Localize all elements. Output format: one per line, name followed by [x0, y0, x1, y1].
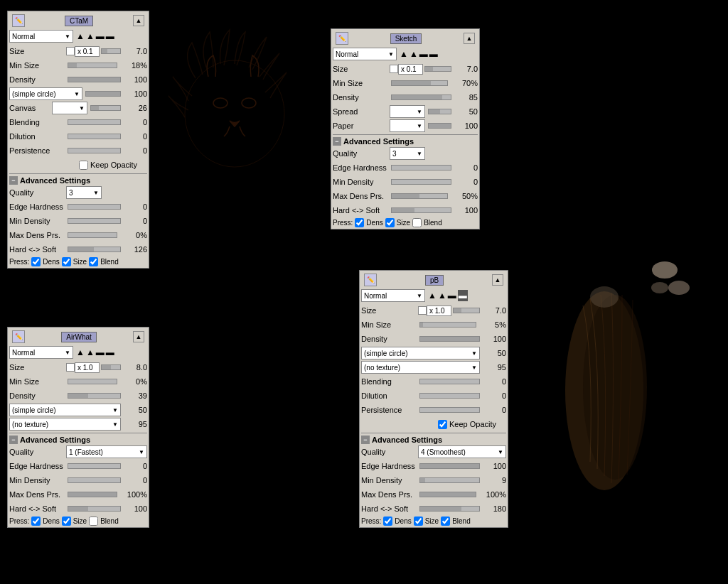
pb-size-check[interactable]	[418, 306, 427, 315]
ctam-advanced-toggle[interactable]: −	[9, 176, 18, 185]
sketch-size-check[interactable]	[390, 65, 398, 73]
sketch-press-blend[interactable]	[412, 218, 422, 227]
sketch-edgehardness-slider[interactable]	[391, 165, 451, 171]
airwhat-multiplier[interactable]: x 1.0	[75, 362, 100, 373]
brush-shape-4[interactable]: ▬	[106, 31, 114, 41]
pb-blending-slider[interactable]	[419, 379, 480, 384]
pb-shape-4[interactable]: ▬	[458, 290, 468, 301]
pb-density-slider[interactable]	[419, 336, 480, 342]
ctam-press-size[interactable]	[62, 257, 71, 266]
ctam-persistence-slider[interactable]	[68, 148, 121, 153]
brush-shape-1[interactable]: ▲	[76, 31, 85, 41]
ctam-size-slider[interactable]	[101, 48, 121, 54]
pb-multiplier[interactable]: x 1.0	[427, 305, 451, 316]
airwhat-minsize-slider[interactable]	[68, 379, 117, 384]
airwhat-shape-dropdown[interactable]: (simple circle) ▼	[9, 404, 121, 416]
airwhat-arrow[interactable]: ▲	[133, 331, 144, 342]
pb-advanced-toggle[interactable]: −	[361, 436, 370, 444]
airwhat-blendmode-dropdown[interactable]: Normal ▼	[9, 346, 73, 359]
ctam-maxdens-slider[interactable]	[68, 232, 117, 238]
pb-shape-1[interactable]: ▲	[428, 291, 437, 301]
sketch-mindensity-slider[interactable]	[391, 179, 451, 185]
sketch-multiplier[interactable]: x 0.1	[398, 64, 423, 75]
airwhat-press-blend[interactable]	[89, 517, 98, 526]
sk-shape-1[interactable]: ▲	[400, 49, 408, 59]
sketch-quality-dropdown[interactable]: 3 ▼	[390, 147, 425, 160]
pb-press-size[interactable]	[414, 517, 423, 526]
sketch-spread-dropdown[interactable]: ▼	[390, 105, 425, 118]
brush-shape-2[interactable]: ▲	[86, 31, 95, 41]
airwhat-mindensity-slider[interactable]	[68, 477, 121, 483]
ctam-keepopacity-check[interactable]	[79, 161, 88, 170]
ctam-quality-dropdown[interactable]: 3 ▼	[66, 186, 102, 199]
pb-shape-dropdown[interactable]: (simple circle) ▼	[361, 347, 480, 359]
pb-texture-dropdown[interactable]: (no texture) ▼	[361, 361, 480, 374]
airwhat-size-slider[interactable]	[101, 364, 121, 370]
sketch-hardsoft-slider[interactable]	[391, 207, 451, 213]
pb-shape-2[interactable]: ▲	[438, 291, 446, 301]
pb-quality-dropdown[interactable]: 4 (Smoothest) ▼	[418, 445, 506, 458]
airwhat-press-dens[interactable]	[31, 517, 41, 526]
pb-mindensity-slider[interactable]	[419, 477, 480, 483]
pb-maxdens-slider[interactable]	[419, 492, 476, 497]
brush-shape-3[interactable]: ▬	[96, 31, 105, 41]
ctam-shape-dropdown[interactable]: (simple circle) ▼	[9, 87, 82, 100]
airwhat-texture-dropdown[interactable]: (no texture) ▼	[9, 418, 121, 431]
airwhat-press-size[interactable]	[62, 517, 71, 526]
pb-press-blend[interactable]	[441, 517, 450, 526]
ctam-density-slider[interactable]	[68, 77, 121, 82]
sketch-density-slider[interactable]	[391, 94, 451, 100]
aw-shape-1[interactable]: ▲	[76, 347, 85, 357]
ctam-press-dens[interactable]	[31, 257, 41, 266]
sketch-advanced-toggle[interactable]: −	[333, 137, 341, 146]
ctam-mindensity-slider[interactable]	[68, 218, 121, 224]
pb-persistence-slider[interactable]	[419, 407, 480, 413]
ctam-edgehardness-slider[interactable]	[68, 204, 121, 210]
sk-shape-3[interactable]: ▬	[419, 49, 428, 59]
sketch-maxdens-slider[interactable]	[391, 193, 448, 199]
ctam-press-blend[interactable]	[89, 257, 98, 266]
aw-shape-2[interactable]: ▲	[86, 347, 95, 357]
airwhat-hardsoft-slider[interactable]	[68, 506, 121, 512]
ctam-shape-slider[interactable]	[85, 91, 121, 97]
ctam-size-check[interactable]	[66, 47, 75, 55]
pb-minsize-slider[interactable]	[419, 322, 476, 328]
pb-arrow[interactable]: ▲	[492, 274, 503, 286]
airwhat-maxdens-slider[interactable]	[68, 492, 117, 497]
airwhat-advanced-toggle[interactable]: −	[9, 436, 18, 444]
pb-shape-3[interactable]: ▬	[448, 291, 456, 301]
pb-size-slider[interactable]	[453, 308, 480, 313]
sketch-paper-slider[interactable]	[428, 123, 451, 129]
pb-hardsoft-slider[interactable]	[419, 506, 480, 512]
aw-shape-3[interactable]: ▬	[96, 347, 105, 357]
pb-edgehardness-slider[interactable]	[419, 463, 480, 469]
pb-dilution-slider[interactable]	[419, 393, 480, 399]
ctam-multiplier[interactable]: x 0.1	[75, 46, 100, 57]
sketch-spread-slider[interactable]	[428, 109, 451, 114]
sketch-blendmode-dropdown[interactable]: Normal ▼	[333, 48, 397, 60]
sketch-size-slider[interactable]	[424, 66, 451, 72]
airwhat-edgehardness-slider[interactable]	[68, 463, 121, 469]
sketch-arrow[interactable]: ▲	[464, 33, 475, 44]
ctam-hardsoft-slider[interactable]	[68, 247, 121, 252]
sk-shape-2[interactable]: ▲	[410, 49, 418, 59]
ctam-canvas-slider[interactable]	[90, 105, 121, 111]
sketch-minsize-slider[interactable]	[391, 80, 448, 86]
ctam-dilution-slider[interactable]	[68, 134, 121, 139]
pb-blendmode-dropdown[interactable]: Normal ▼	[361, 289, 425, 302]
ctam-blendmode-dropdown[interactable]: Normal ▼	[9, 30, 73, 43]
pb-press-dens[interactable]	[383, 517, 392, 526]
ctam-canvas-dropdown[interactable]: ▼	[52, 102, 87, 114]
airwhat-quality-dropdown[interactable]: 1 (Fastest) ▼	[66, 445, 147, 458]
ctam-arrow[interactable]: ▲	[133, 15, 144, 26]
pb-keepopacity-check[interactable]	[438, 420, 447, 429]
sketch-press-dens[interactable]	[355, 218, 364, 227]
airwhat-density-slider[interactable]	[68, 393, 121, 399]
ctam-minsize-slider[interactable]	[68, 63, 117, 68]
sk-shape-4[interactable]: ▬	[429, 49, 438, 59]
sketch-paper-dropdown[interactable]: ▼	[390, 119, 425, 132]
airwhat-size-check[interactable]	[66, 363, 75, 372]
sketch-press-size[interactable]	[385, 218, 395, 227]
aw-shape-4[interactable]: ▬	[106, 347, 114, 357]
ctam-blending-slider[interactable]	[68, 119, 121, 125]
